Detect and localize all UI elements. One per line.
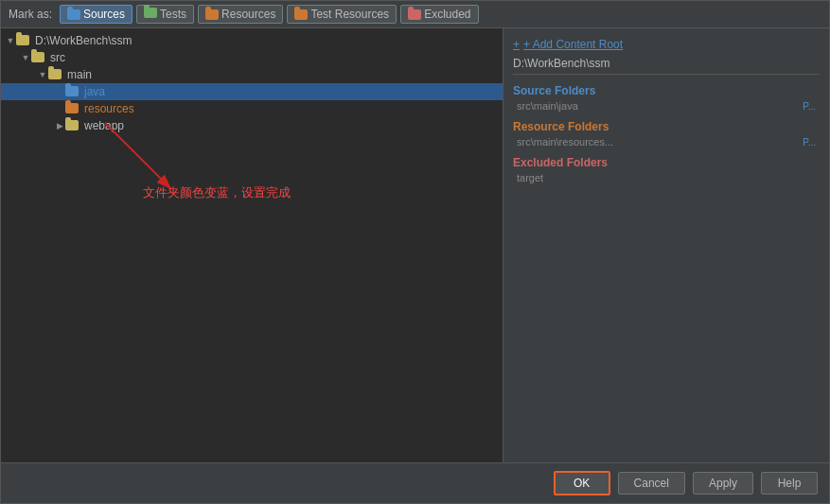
source-folders-section: Source Folders src\main\java P...: [513, 84, 820, 113]
apply-button[interactable]: Apply: [693, 472, 753, 495]
excluded-folders-section: Excluded Folders target: [513, 156, 820, 184]
resource-folder-action[interactable]: P...: [803, 137, 816, 148]
tab-tests-label: Tests: [160, 8, 186, 21]
resource-folder-item[interactable]: src\main\resources... P...: [513, 135, 820, 148]
toggle-src: ▼: [20, 53, 31, 62]
cancel-button[interactable]: Cancel: [618, 472, 685, 495]
main-label: main: [67, 68, 92, 81]
java-folder-icon: [65, 86, 80, 98]
test-resources-folder-icon: [294, 9, 308, 20]
tree-item-java[interactable]: java: [1, 83, 503, 100]
webapp-label: webapp: [84, 119, 124, 132]
tree-item-main[interactable]: ▼ main: [1, 66, 503, 83]
mark-as-label: Mark as:: [9, 8, 52, 21]
excluded-folder-icon: [408, 9, 421, 20]
java-label: java: [84, 85, 105, 98]
source-folder-action[interactable]: P...: [803, 101, 816, 112]
toggle-root: ▼: [5, 36, 16, 45]
tab-sources[interactable]: Sources: [60, 5, 132, 24]
tree-item-resources[interactable]: resources: [1, 100, 503, 117]
source-folder-item-java[interactable]: src\main\java P...: [513, 99, 820, 113]
tab-excluded[interactable]: Excluded: [400, 5, 478, 24]
excluded-folders-header: Excluded Folders: [513, 156, 820, 169]
main-content: ▼ D:\WorkBench\ssm ▼ src ▼ ma: [1, 28, 829, 462]
tab-excluded-label: Excluded: [424, 8, 470, 21]
tab-sources-label: Sources: [83, 8, 125, 21]
button-bar: OK Cancel Apply Help: [1, 462, 829, 503]
resources-label: resources: [84, 102, 134, 115]
add-content-root-button[interactable]: + + Add Content Root: [513, 36, 820, 53]
resource-folder-path: src\main\resources...: [517, 136, 803, 148]
sources-folder-icon: [67, 9, 80, 20]
toggle-main: ▼: [37, 70, 48, 79]
add-root-label: + Add Content Root: [523, 38, 623, 51]
resource-folders-section: Resource Folders src\main\resources... P…: [513, 120, 820, 148]
tab-test-resources[interactable]: Test Resources: [287, 5, 397, 24]
toolbar: Mark as: Sources Tests Resources: [1, 1, 829, 28]
tree-item-root[interactable]: ▼ D:\WorkBench\ssm: [1, 32, 503, 49]
resource-folders-header: Resource Folders: [513, 120, 820, 133]
root-folder-icon: [16, 35, 31, 47]
tab-tests[interactable]: Tests: [136, 5, 194, 24]
root-label: D:\WorkBench\ssm: [35, 34, 132, 47]
toggle-webapp: ▶: [54, 121, 65, 130]
source-folders-header: Source Folders: [513, 84, 820, 97]
tab-test-resources-label: Test Resources: [310, 8, 389, 21]
excluded-folder-path: target: [517, 172, 816, 183]
tab-resources-label: Resources: [221, 8, 275, 21]
src-folder-icon: [31, 52, 46, 64]
main-folder-icon: [48, 69, 63, 81]
resources-folder-icon: [205, 9, 219, 20]
dialog: Mark as: Sources Tests Resources: [0, 0, 830, 504]
right-panel: + + Add Content Root D:\WorkBench\ssm So…: [503, 28, 829, 462]
src-label: src: [50, 51, 65, 64]
root-path-label: D:\WorkBench\ssm: [513, 57, 820, 75]
excluded-folder-item[interactable]: target: [513, 171, 820, 184]
tab-resources[interactable]: Resources: [198, 5, 283, 24]
source-folder-path: src\main\java: [517, 100, 803, 112]
tree-panel: ▼ D:\WorkBench\ssm ▼ src ▼ ma: [1, 28, 503, 462]
tree-item-webapp[interactable]: ▶ webapp: [1, 117, 503, 134]
plus-icon: +: [513, 38, 520, 51]
ok-button[interactable]: OK: [554, 471, 610, 495]
help-button[interactable]: Help: [761, 472, 818, 495]
annotation-text: 文件夹颜色变蓝，设置完成: [143, 184, 291, 201]
tests-folder-icon: [144, 8, 157, 21]
resources-tree-folder-icon: [65, 103, 80, 115]
tree-item-src[interactable]: ▼ src: [1, 49, 503, 66]
webapp-folder-icon: [65, 120, 80, 132]
